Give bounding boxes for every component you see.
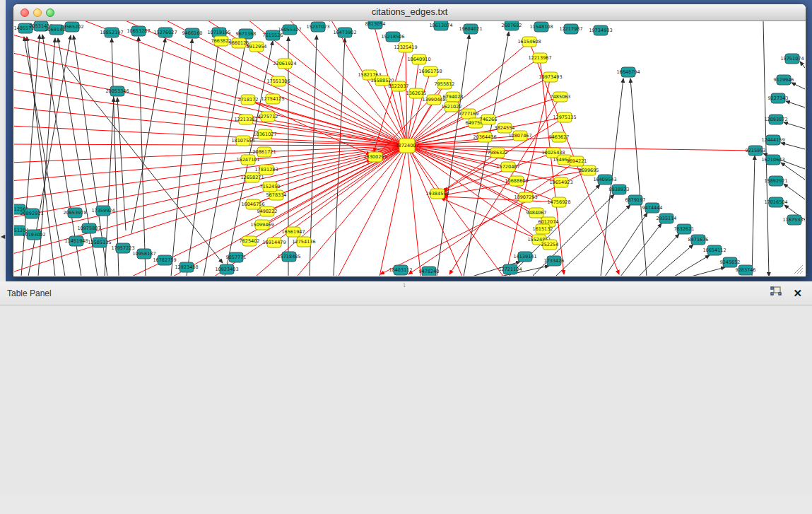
graph-node[interactable]: 20861721 — [252, 147, 276, 157]
graph-node[interactable]: 18361027 — [253, 129, 276, 139]
graph-node[interactable]: 19734933 — [589, 25, 612, 35]
graph-node[interactable]: 11548108 — [529, 22, 553, 32]
graph-node[interactable]: 9283746 — [736, 265, 756, 275]
graph-node[interactable]: 16914479 — [262, 238, 286, 247]
graph-node[interactable]: 7632621 — [674, 224, 695, 234]
graph-node[interactable]: 9699695 — [579, 165, 599, 175]
graph-node[interactable]: 20653978 — [63, 208, 86, 218]
graph-node[interactable]: 15218506 — [381, 32, 404, 42]
graph-node[interactable]: 6879197 — [625, 195, 646, 205]
graph-node[interactable]: 12754125 — [261, 94, 284, 104]
graph-node[interactable]: 16409543 — [593, 175, 616, 185]
graph-node[interactable]: 2718172 — [238, 95, 259, 105]
graph-node[interactable]: 3824554 — [495, 123, 515, 133]
graph-node[interactable]: 16473902 — [333, 28, 356, 37]
graph-node[interactable]: 9498222 — [257, 206, 278, 216]
graph-node[interactable]: 9671368 — [236, 29, 257, 39]
graph-node[interactable]: 1615132 — [533, 224, 553, 234]
graph-node[interactable]: 18640910 — [407, 54, 430, 64]
split-resize-grip[interactable]: ⤵ — [403, 282, 406, 288]
graph-node[interactable]: 4275712 — [258, 112, 278, 122]
graph-node[interactable]: 15247101 — [236, 155, 259, 165]
graph-node[interactable]: 1621022 — [442, 102, 462, 112]
graph-node[interactable]: 17957223 — [111, 243, 134, 253]
graph-node[interactable]: 15237023 — [306, 22, 329, 32]
graph-node[interactable]: 19384554 — [425, 189, 449, 199]
graph-node[interactable]: 7955812 — [435, 79, 455, 89]
graph-node[interactable]: 12975135 — [553, 112, 576, 122]
graph-node[interactable]: 17016504 — [764, 197, 787, 207]
graph-node[interactable]: 9466160 — [182, 28, 203, 38]
graph-node[interactable]: 16561947 — [281, 227, 305, 237]
graph-node[interactable]: 7986322 — [488, 148, 508, 158]
graph-node[interactable]: 18403112 — [389, 265, 412, 275]
graph-node[interactable]: 7485063 — [551, 92, 571, 102]
graph-node[interactable]: 8522037 — [389, 81, 409, 91]
graph-node[interactable]: 1733426 — [544, 256, 565, 266]
close-panel-icon[interactable]: ✕ — [793, 288, 802, 298]
graph-node[interactable]: 9215953 — [746, 146, 766, 156]
graph-node[interactable]: 18613074 — [429, 21, 452, 30]
graph-node[interactable]: 9857771 — [226, 252, 247, 262]
graph-node[interactable]: 2687682 — [502, 21, 522, 30]
graph-node[interactable]: 12325419 — [394, 42, 417, 52]
graph-node[interactable]: 14756928 — [547, 197, 570, 207]
graph-node[interactable]: 6794028 — [443, 92, 464, 102]
graph-node[interactable]: 12093872 — [764, 115, 787, 124]
graph-node[interactable]: 7152450 — [260, 182, 281, 192]
window-titlebar[interactable]: citations_edges.txt — [13, 4, 806, 21]
graph-node[interactable]: 8912954 — [247, 42, 267, 52]
graph-node[interactable]: 9129946 — [774, 75, 794, 85]
graph-node[interactable]: 16782759 — [153, 255, 176, 265]
graph-node[interactable]: 9777169 — [459, 109, 479, 119]
graph-node[interactable]: 22061924 — [273, 59, 296, 69]
graph-node[interactable]: 9227343 — [768, 93, 789, 103]
graph-node[interactable]: 20892911 — [20, 209, 43, 218]
graph-node[interactable]: 252254 — [541, 240, 559, 250]
graph-node[interactable]: 20053346 — [105, 86, 129, 96]
graph-node[interactable]: 7625402 — [240, 236, 260, 246]
graph-node[interactable]: 11451948 — [64, 236, 88, 246]
graph-node[interactable]: 18300295 — [363, 152, 387, 162]
graph-node[interactable]: 8471676 — [688, 235, 709, 245]
graph-node[interactable]: 18107554 — [231, 136, 254, 146]
graph-node[interactable]: 2935114 — [657, 214, 677, 223]
graph-node[interactable]: 18852197 — [100, 28, 123, 37]
graph-node[interactable]: 10654112 — [702, 245, 726, 255]
sidebar-collapse-arrow[interactable]: ◀ — [1, 233, 5, 240]
graph-node[interactable]: 19684021 — [459, 24, 482, 34]
graph-node[interactable]: 9463627 — [549, 132, 570, 142]
graph-node[interactable]: 16961758 — [418, 66, 442, 76]
graph-node[interactable]: 9484067 — [526, 208, 547, 218]
graph-node[interactable]: 12505135 — [88, 238, 111, 247]
graph-node[interactable]: 16648794 — [616, 67, 640, 77]
graph-node[interactable]: 12213967 — [528, 53, 551, 63]
graph-node[interactable]: 17359924 — [91, 206, 114, 216]
graph-node[interactable]: 19654923 — [549, 177, 572, 187]
graph-node[interactable]: 8813054 — [365, 21, 386, 29]
graph-node[interactable]: 9474444 — [642, 203, 663, 213]
graph-node[interactable]: 10923403 — [215, 264, 238, 274]
graph-node[interactable]: 8938923 — [609, 185, 630, 194]
graph-node[interactable]: 12213383 — [234, 115, 257, 124]
graph-node[interactable]: 12754136 — [292, 237, 315, 247]
graph-node[interactable]: 15718485 — [277, 252, 300, 262]
graph-node[interactable]: 746266 — [480, 115, 498, 124]
graph-node[interactable]: 10688609 — [505, 176, 528, 186]
graph-node[interactable]: 11675333 — [782, 215, 805, 225]
graph-node[interactable]: 15276027 — [153, 28, 177, 37]
graph-node[interactable]: 9478240 — [419, 267, 440, 276]
graph-node[interactable]: 10193002 — [22, 230, 45, 240]
network-canvas[interactable]: 1405572420531432206914061956520218852197… — [14, 21, 805, 276]
graph-node[interactable]: 16154608 — [517, 37, 541, 47]
graph-node[interactable]: 12923488 — [175, 262, 198, 272]
graph-node[interactable]: 15720407 — [496, 162, 519, 172]
graph-node[interactable]: 10975887 — [77, 223, 100, 233]
graph-node[interactable]: 9245652 — [720, 257, 741, 267]
graph-node[interactable]: 12217987 — [559, 24, 582, 34]
float-panel-icon[interactable] — [770, 286, 782, 299]
graph-node[interactable]: 10653287 — [126, 26, 150, 36]
graph-node[interactable]: 12444159 — [761, 135, 784, 145]
graph-node[interactable]: 14139141 — [513, 252, 536, 262]
graph-node[interactable]: 9694221 — [567, 156, 587, 166]
